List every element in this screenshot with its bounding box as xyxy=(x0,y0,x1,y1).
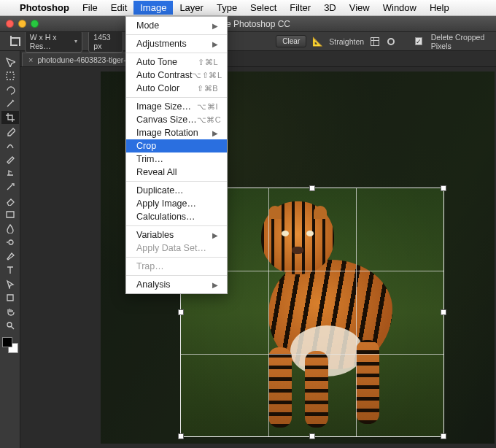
magic-wand-tool[interactable] xyxy=(1,97,19,110)
brush-tool[interactable] xyxy=(1,152,19,166)
delete-cropped-checkbox[interactable]: ✓ xyxy=(415,37,422,45)
healing-brush-tool[interactable] xyxy=(1,139,19,152)
menu-window[interactable]: Window xyxy=(376,1,423,15)
clone-stamp-tool[interactable] xyxy=(1,166,19,179)
menu-edit[interactable]: Edit xyxy=(104,1,133,15)
menu-3d[interactable]: 3D xyxy=(317,1,343,15)
crop-ratio-label: W x H x Res… xyxy=(30,33,72,50)
canvas-area[interactable] xyxy=(20,67,496,448)
clear-button[interactable]: Clear xyxy=(276,35,306,47)
menu-view[interactable]: View xyxy=(343,1,376,15)
menu-item-image-rotation[interactable]: Image Rotation▶ xyxy=(126,126,227,139)
menu-item-canvas-size[interactable]: Canvas Size…⌥⌘C xyxy=(126,113,227,126)
menu-item-image-size[interactable]: Image Size…⌥⌘I xyxy=(126,100,227,113)
menu-filter[interactable]: Filter xyxy=(283,1,317,15)
window-minimize-button[interactable] xyxy=(18,20,26,28)
path-selection-tool[interactable] xyxy=(1,277,19,290)
window-title: Adobe Photoshop CC xyxy=(0,19,496,29)
crop-handle-tm[interactable] xyxy=(309,185,315,191)
crop-tool[interactable] xyxy=(1,111,19,124)
menu-layer[interactable]: Layer xyxy=(173,1,210,15)
crop-width-field[interactable]: 1453 px xyxy=(88,31,123,53)
menu-item-auto-tone[interactable]: Auto Tone⇧⌘L xyxy=(126,55,227,69)
history-brush-tool[interactable] xyxy=(1,180,19,193)
tiger-illustration xyxy=(247,194,392,428)
delete-cropped-label: Delete Cropped Pixels xyxy=(431,33,496,50)
tools-panel xyxy=(0,51,20,448)
window-titlebar: Adobe Photoshop CC xyxy=(0,16,496,32)
image-menu-dropdown: Mode▶ Adjustments▶ Auto Tone⇧⌘L Auto Con… xyxy=(125,16,228,294)
menu-item-analysis[interactable]: Analysis▶ xyxy=(126,278,227,291)
document-tab-close[interactable]: × xyxy=(28,55,33,64)
menu-item-auto-contrast[interactable]: Auto Contrast⌥⇧⌘L xyxy=(126,69,227,82)
menu-help[interactable]: Help xyxy=(423,1,456,15)
crop-handle-mr[interactable] xyxy=(441,309,446,315)
menu-item-reveal-all[interactable]: Reveal All xyxy=(126,166,227,179)
menu-item-apply-image[interactable]: Apply Image… xyxy=(126,197,227,210)
menu-item-adjustments[interactable]: Adjustments▶ xyxy=(126,37,227,50)
menu-app[interactable]: Photoshop xyxy=(13,1,76,15)
menu-item-crop[interactable]: Crop xyxy=(126,139,227,152)
chevron-down-icon: ▾ xyxy=(74,38,77,45)
mac-menubar: Photoshop File Edit Image Layer Type Sel… xyxy=(0,0,496,16)
options-bar: W x H x Res… ▾ 1453 px ⇄ Clear 📐 Straigh… xyxy=(0,32,496,51)
window-zoom-button[interactable] xyxy=(31,20,39,28)
straighten-label[interactable]: Straighten xyxy=(329,37,364,46)
crop-handle-ml[interactable] xyxy=(178,309,184,315)
menu-item-variables[interactable]: Variables▶ xyxy=(126,228,227,242)
document-tab-strip: × photodune-4603823-tiger-m.j… xyxy=(0,51,496,67)
hand-tool[interactable] xyxy=(1,305,19,318)
menu-file[interactable]: File xyxy=(76,1,104,15)
gradient-tool[interactable] xyxy=(1,208,19,221)
rectangle-tool[interactable] xyxy=(1,291,19,304)
crop-ratio-preset[interactable]: W x H x Res… ▾ xyxy=(25,31,83,53)
crop-options-gear-icon[interactable] xyxy=(386,36,396,47)
pen-tool[interactable] xyxy=(1,250,19,263)
menu-type[interactable]: Type xyxy=(210,1,244,15)
menu-item-apply-data-set: Apply Data Set… xyxy=(126,242,227,255)
menu-select[interactable]: Select xyxy=(244,1,283,15)
lasso-tool[interactable] xyxy=(1,83,19,96)
menu-item-trap: Trap… xyxy=(126,260,227,273)
marquee-tool[interactable] xyxy=(1,69,19,82)
menu-item-mode[interactable]: Mode▶ xyxy=(126,19,227,32)
crop-handle-tr[interactable] xyxy=(441,185,446,191)
crop-overlay-icon[interactable] xyxy=(370,36,380,47)
menu-image[interactable]: Image xyxy=(133,1,173,15)
crop-tool-icon xyxy=(9,36,19,47)
crop-handle-bl[interactable] xyxy=(178,433,184,439)
eraser-tool[interactable] xyxy=(1,194,19,207)
move-tool[interactable] xyxy=(1,55,19,69)
menu-item-trim[interactable]: Trim… xyxy=(126,152,227,166)
eyedropper-tool[interactable] xyxy=(1,125,19,138)
zoom-tool[interactable] xyxy=(1,319,19,332)
dodge-tool[interactable] xyxy=(1,236,19,249)
menu-item-duplicate[interactable]: Duplicate… xyxy=(126,184,227,197)
foreground-background-colors[interactable] xyxy=(2,337,18,353)
straighten-icon[interactable]: 📐 xyxy=(312,36,323,47)
menu-item-auto-color[interactable]: Auto Color⇧⌘B xyxy=(126,82,227,95)
blur-tool[interactable] xyxy=(1,222,19,235)
menu-item-calculations[interactable]: Calculations… xyxy=(126,210,227,223)
crop-handle-br[interactable] xyxy=(441,433,446,439)
window-close-button[interactable] xyxy=(6,20,14,28)
type-tool[interactable] xyxy=(1,263,19,277)
crop-handle-bm[interactable] xyxy=(309,433,315,439)
